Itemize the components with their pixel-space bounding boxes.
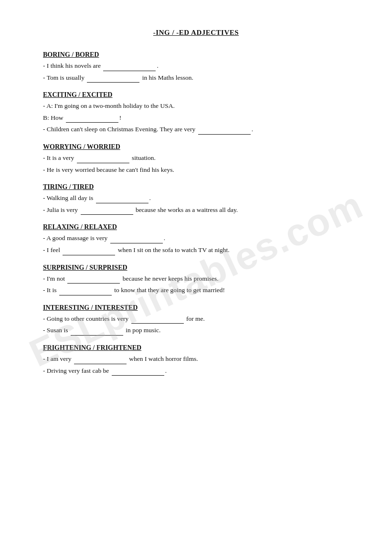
blank-frightening-0 bbox=[74, 364, 127, 364]
line-worrying-1: - He is very worried because he can't fi… bbox=[43, 165, 349, 175]
blank-relaxing-0 bbox=[110, 243, 163, 243]
line-frightening-1: - Driving very fast cab be . bbox=[43, 366, 349, 376]
section-header-exciting: EXCITING / EXCITED bbox=[43, 91, 349, 99]
section-header-relaxing: RELAXING / RELAXED bbox=[43, 223, 349, 231]
section-frightening: FRIGHTENING / FRIGHTENED- I am very when… bbox=[43, 344, 349, 376]
blank-exciting-2 bbox=[198, 134, 251, 135]
section-surprising: SURPRISING / SURPRISED- I'm not because … bbox=[43, 264, 349, 295]
blank-interesting-1 bbox=[71, 335, 123, 336]
blank-frightening-1 bbox=[112, 375, 164, 376]
section-header-tiring: TIRING / TIRED bbox=[43, 183, 349, 191]
line-worrying-0: - It is a very situation. bbox=[43, 153, 349, 163]
blank-relaxing-1 bbox=[63, 255, 115, 255]
section-header-boring: BORING / BORED bbox=[43, 51, 349, 59]
section-interesting: INTERESTING / INTERESTED- Going to other… bbox=[43, 304, 349, 336]
page-title: -ING / -ED ADJECTIVES bbox=[43, 29, 349, 37]
section-relaxing: RELAXING / RELAXED- A good massage is ve… bbox=[43, 223, 349, 255]
section-boring: BORING / BORED- I think his novels are .… bbox=[43, 51, 349, 83]
line-exciting-0: - A: I'm going on a two-month holiday to… bbox=[43, 101, 349, 111]
line-surprising-0: - I'm not because he never keeps his pro… bbox=[43, 274, 349, 284]
section-worrying: WORRYING / WORRIED- It is a very situati… bbox=[43, 143, 349, 175]
blank-worrying-0 bbox=[77, 163, 129, 163]
line-boring-1: - Tom is usually in his Maths lesson. bbox=[43, 73, 349, 83]
section-exciting: EXCITING / EXCITED- A: I'm going on a tw… bbox=[43, 91, 349, 135]
line-tiring-1: - Julia is very because she works as a w… bbox=[43, 205, 349, 215]
line-relaxing-0: - A good massage is very . bbox=[43, 233, 349, 243]
line-interesting-0: - Going to other countries is very for m… bbox=[43, 314, 349, 324]
blank-boring-0 bbox=[103, 71, 156, 71]
blank-exciting-1 bbox=[66, 122, 118, 123]
blank-tiring-1 bbox=[81, 214, 133, 215]
section-header-interesting: INTERESTING / INTERESTED bbox=[43, 304, 349, 312]
line-tiring-0: - Walking all day is . bbox=[43, 193, 349, 203]
line-frightening-0: - I am very when I watch horror films. bbox=[43, 354, 349, 364]
section-header-worrying: WORRYING / WORRIED bbox=[43, 143, 349, 151]
line-interesting-1: - Susan is in pop music. bbox=[43, 325, 349, 336]
line-exciting-2: - Children can't sleep on Christmas Even… bbox=[43, 124, 349, 135]
blank-surprising-0 bbox=[67, 283, 120, 284]
blank-surprising-1 bbox=[59, 295, 112, 295]
section-tiring: TIRING / TIRED- Walking all day is .- Ju… bbox=[43, 183, 349, 215]
line-surprising-1: - It is to know that they are going to g… bbox=[43, 285, 349, 295]
blank-interesting-0 bbox=[131, 323, 184, 324]
line-relaxing-1: - I feel when I sit on the sofa to watch… bbox=[43, 245, 349, 255]
section-header-surprising: SURPRISING / SURPRISED bbox=[43, 264, 349, 272]
blank-boring-1 bbox=[87, 82, 139, 83]
line-exciting-1: B: How ! bbox=[43, 113, 349, 123]
section-header-frightening: FRIGHTENING / FRIGHTENED bbox=[43, 344, 349, 352]
line-boring-0: - I think his novels are . bbox=[43, 61, 349, 71]
blank-tiring-0 bbox=[96, 203, 148, 203]
